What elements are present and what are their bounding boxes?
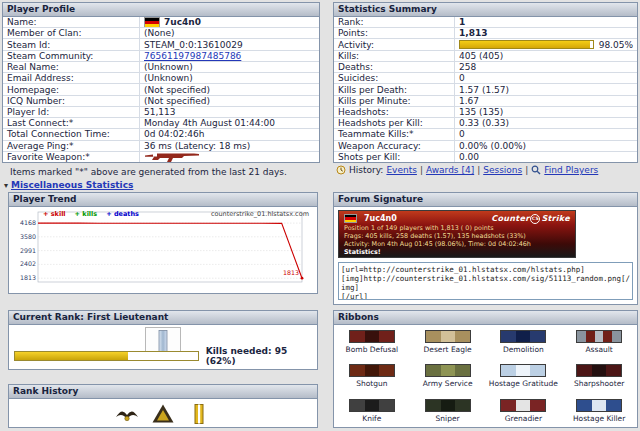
ribbon-item: Shotgun [334, 359, 410, 393]
table-row: Average Ping:* 36 ms (Latency: 18 ms) [3, 140, 319, 151]
ribbon-image [425, 399, 471, 412]
field-value [139, 152, 319, 162]
rank-badge-bar-icon [186, 401, 212, 427]
ribbon-item: Demolition [486, 325, 562, 359]
field-value: 0 [454, 73, 637, 83]
table-row: Rank: 1 [334, 17, 637, 27]
player-profile-title: Player Profile [3, 3, 319, 17]
trend-chart: 416835802991240218131813 + skill+ kills+… [9, 207, 317, 295]
forum-signature-panel: Forum Signature 7uc4n0 Counter CS Strike… [333, 192, 638, 305]
points-value: 1,813 [454, 28, 637, 38]
find-players-link[interactable]: Find Players [544, 165, 598, 175]
miscellaneous-statistics-link[interactable]: Miscellaneous Statistics [11, 180, 133, 190]
field-label: Weapon Accuracy: [334, 141, 454, 151]
table-row: Weapon Accuracy: 0.00% (0.00%) [334, 140, 637, 151]
player-profile-panel: Player Profile Name: 7uc4n0 Member of Cl… [2, 2, 320, 163]
separator: | [477, 165, 480, 175]
awards-link[interactable]: Awards [4] [426, 165, 474, 175]
field-label: Teammate Kills:* [334, 129, 454, 139]
field-label: Homepage: [3, 85, 139, 95]
field-value: 7uc4n0 [139, 17, 319, 27]
activity-progress-fill [460, 41, 590, 48]
ribbon-item: Sharpshooter [561, 359, 637, 393]
ribbon-image [576, 399, 622, 412]
ribbon-item: Sniper [410, 394, 486, 428]
ribbon-image [500, 330, 546, 343]
field-value: 0.33 (0.33) [454, 118, 637, 128]
table-row: Activity: 98.05% [334, 38, 637, 49]
field-label: Favorite Weapon:* [3, 152, 139, 162]
statistics-summary-title: Statistics Summary [334, 3, 637, 17]
svg-text:2991: 2991 [20, 247, 36, 254]
footnote: Items marked "*" above are generated fro… [10, 167, 287, 177]
field-label: Headshots per Kill: [334, 118, 454, 128]
ribbon-item: Grenadier [486, 394, 562, 428]
svg-text:1813: 1813 [20, 274, 36, 281]
legend-entry: + kills [75, 210, 98, 218]
german-flag-icon [344, 214, 357, 223]
field-label: Activity: [334, 40, 454, 50]
kills-needed-label: Kills needed: 95 (62%) [206, 346, 317, 366]
ribbon-label: Hostage Killer [573, 414, 625, 423]
legend-entry: + deaths [106, 210, 139, 218]
field-label: Email Address: [3, 73, 139, 83]
statistics-table: Rank: 1 Points: 1,813 Activity: 98.05% K… [334, 17, 637, 162]
clock-icon [336, 165, 346, 175]
player-profile-table: Name: 7uc4n0 Member of Clan: (None) Stea… [3, 17, 319, 162]
rank-progress: Kills needed: 95 (62%) [14, 346, 317, 366]
ribbon-label: Sniper [436, 414, 460, 423]
events-link[interactable]: Events [386, 165, 416, 175]
ribbon-item: Hostage Killer [561, 394, 637, 428]
forum-signature-title: Forum Signature [334, 193, 637, 207]
field-label: Average Ping:* [3, 141, 139, 151]
field-value: Monday 4th August 01:44:00 [139, 118, 319, 128]
signature-bbcode-textarea[interactable]: [url=http://counterstrike_01.hlstatsx.co… [338, 262, 633, 300]
kills-progress-fill [15, 352, 128, 360]
svg-text:1813: 1813 [283, 269, 299, 276]
svg-text:2402: 2402 [20, 260, 36, 267]
ribbon-item: Assault [561, 325, 637, 359]
player-trend-title: Player Trend [9, 193, 317, 207]
field-label: Real Name: [3, 62, 139, 72]
field-label: Deaths: [334, 62, 454, 72]
steam-community-link[interactable]: 76561197987485786 [144, 51, 241, 61]
separator: | [420, 165, 423, 175]
field-label: Kills per Death: [334, 85, 454, 95]
player-name: 7uc4n0 [164, 17, 201, 27]
rank-badge-pyramid-icon [150, 401, 176, 427]
activity-progress-bar [459, 40, 594, 49]
player-trend-panel: Player Trend 416835802991240218131813 + … [8, 192, 318, 294]
ribbons-grid: Bomb Defusal Desert Eagle Demolition Ass… [334, 325, 637, 428]
field-value: 0 [454, 129, 637, 139]
field-value: (Not specified) [139, 96, 319, 106]
field-label: Suicides: [334, 73, 454, 83]
miscellaneous-statistics-toggle[interactable]: ▾ Miscellaneous Statistics [4, 180, 133, 190]
ribbon-label: Assault [585, 345, 612, 354]
ribbons-title: Ribbons [334, 311, 637, 325]
table-row: Member of Clan: (None) [3, 27, 319, 38]
field-label: Rank: [334, 17, 454, 27]
field-value: 76561197987485786 [139, 51, 319, 61]
field-label: Steam Id: [3, 40, 139, 50]
field-label: Total Connection Time: [3, 129, 139, 139]
field-label: Player Id: [3, 107, 139, 117]
ribbon-item: Knife [334, 394, 410, 428]
signature-header: 7uc4n0 Counter CS Strike [344, 213, 570, 224]
table-row: Total Connection Time: 0d 04:02:46h [3, 128, 319, 139]
trend-chart-svg: 416835802991240218131813 [10, 208, 310, 292]
table-row: Shots per Kill: 0.00 [334, 151, 637, 162]
signature-player-name: 7uc4n0 [364, 214, 397, 223]
sessions-link[interactable]: Sessions [483, 165, 522, 175]
field-label: Kills per Minute: [334, 96, 454, 106]
field-label: Last Connect:* [3, 118, 139, 128]
activity-percent: 98.05% [599, 40, 633, 50]
table-row: Real Name: (Unknown) [3, 61, 319, 72]
history-label: History: [349, 165, 383, 175]
statistics-summary-panel: Statistics Summary Rank: 1 Points: 1,813… [333, 2, 638, 163]
history-links-bar: History: Events | Awards [4] | Sessions … [336, 165, 598, 175]
rank-badge-wings-icon [114, 401, 140, 427]
chart-legend: + skill+ kills+ deaths [43, 210, 139, 218]
ribbon-image [576, 330, 622, 343]
field-value: 258 [454, 62, 637, 72]
current-rank-panel: Current Rank: First Lieutenant Kills nee… [8, 310, 318, 370]
